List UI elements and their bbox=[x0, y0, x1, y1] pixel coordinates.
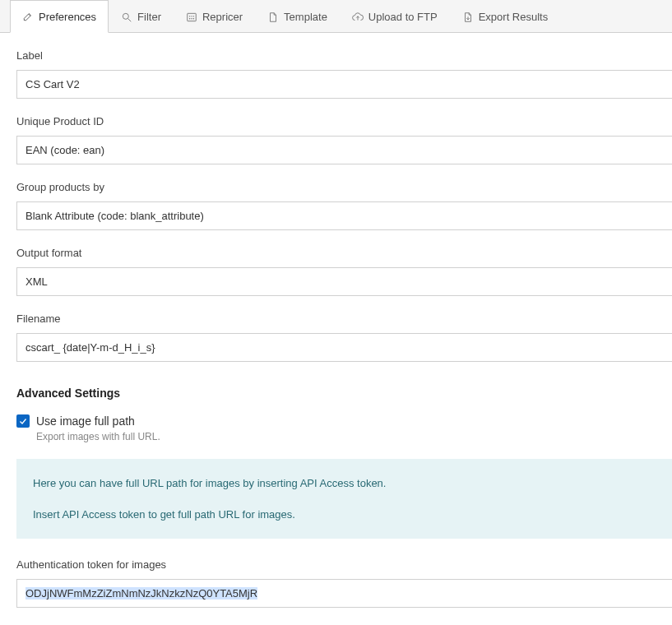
search-icon bbox=[121, 12, 132, 23]
edit-icon bbox=[22, 11, 34, 22]
output-format-input[interactable] bbox=[16, 267, 672, 296]
tab-filter[interactable]: Filter bbox=[109, 0, 174, 33]
tab-label: Preferences bbox=[39, 11, 96, 23]
file-icon bbox=[267, 12, 279, 23]
field-output-format: Output format bbox=[16, 247, 672, 296]
tab-label: Template bbox=[284, 11, 327, 23]
svg-line-1 bbox=[128, 18, 132, 21]
info-text-1: Here you can have full URL path for imag… bbox=[33, 475, 656, 492]
repricer-icon bbox=[186, 12, 197, 23]
field-unique-product-id: Unique Product ID bbox=[16, 115, 672, 164]
auth-token-input[interactable]: ODJjNWFmMzZiZmNmNzJkNzkzNzQ0YTA5MjR bbox=[16, 579, 672, 608]
svg-point-3 bbox=[189, 16, 190, 16]
field-auth-token: Authentication token for images ODJjNWFm… bbox=[16, 558, 672, 608]
unique-product-id-input[interactable] bbox=[16, 136, 672, 164]
field-label: Label bbox=[16, 49, 672, 99]
tab-label: Upload to FTP bbox=[368, 11, 438, 23]
use-full-path-help: Export images with full URL. bbox=[36, 431, 672, 442]
tab-upload[interactable]: Upload to FTP bbox=[340, 0, 450, 33]
tab-bar: Preferences Filter Repricer Template Upl… bbox=[0, 0, 672, 33]
svg-point-5 bbox=[193, 16, 194, 16]
label-text: Filename bbox=[16, 312, 672, 325]
preferences-panel: Label Unique Product ID Group products b… bbox=[0, 33, 672, 608]
field-filename: Filename bbox=[16, 312, 672, 362]
use-full-path-option: Use image full path Export images with f… bbox=[16, 414, 672, 442]
export-icon bbox=[462, 12, 474, 23]
advanced-settings-heading: Advanced Settings bbox=[16, 387, 672, 400]
tab-repricer[interactable]: Repricer bbox=[174, 0, 255, 33]
label-text: Group products by bbox=[16, 181, 672, 193]
info-box: Here you can have full URL path for imag… bbox=[16, 459, 672, 539]
tab-export[interactable]: Export Results bbox=[450, 0, 561, 33]
filename-input[interactable] bbox=[16, 333, 672, 362]
tab-label: Filter bbox=[137, 11, 161, 23]
tab-label: Export Results bbox=[479, 11, 549, 23]
group-by-input[interactable] bbox=[16, 201, 672, 230]
use-full-path-checkbox[interactable] bbox=[16, 414, 30, 428]
check-icon bbox=[18, 416, 28, 426]
svg-point-6 bbox=[189, 18, 190, 19]
svg-point-7 bbox=[191, 18, 192, 19]
label-text: Label bbox=[16, 49, 672, 62]
tab-preferences[interactable]: Preferences bbox=[10, 0, 109, 33]
label-input[interactable] bbox=[16, 70, 672, 99]
svg-rect-2 bbox=[188, 13, 197, 21]
label-text: Output format bbox=[16, 247, 672, 259]
label-text: Authentication token for images bbox=[16, 558, 672, 571]
field-group-by: Group products by bbox=[16, 181, 672, 230]
svg-point-4 bbox=[191, 16, 192, 16]
upload-icon bbox=[352, 12, 364, 23]
tab-template[interactable]: Template bbox=[255, 0, 340, 33]
svg-point-8 bbox=[193, 18, 194, 19]
label-text: Unique Product ID bbox=[16, 115, 672, 127]
use-full-path-label[interactable]: Use image full path bbox=[36, 414, 135, 428]
svg-point-0 bbox=[123, 13, 128, 19]
info-text-2: Insert API Access token to get full path… bbox=[33, 507, 656, 523]
tab-label: Repricer bbox=[202, 11, 243, 23]
